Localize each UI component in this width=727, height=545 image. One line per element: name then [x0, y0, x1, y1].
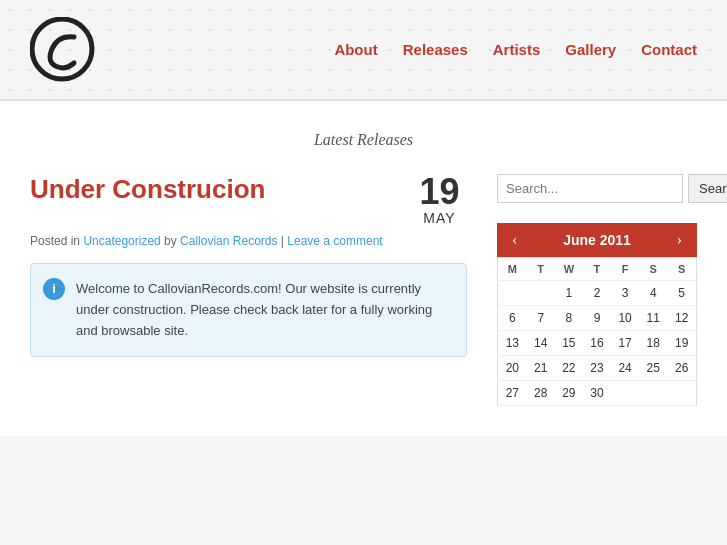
calendar-day-header: S — [639, 258, 667, 281]
nav-releases[interactable]: Releases — [403, 41, 468, 58]
search-input[interactable] — [497, 174, 683, 203]
meta-by: by — [161, 234, 180, 248]
calendar-day-cell[interactable]: 27 — [498, 381, 527, 406]
nav-gallery[interactable]: Gallery — [565, 41, 616, 58]
search-box: Search — [497, 174, 697, 203]
content-area: Under Construcion 19 MAY Posted in Uncat… — [30, 174, 697, 406]
calendar-week-row: 12345 — [498, 281, 697, 306]
calendar-day-cell[interactable]: 24 — [611, 356, 639, 381]
post-date: 19 MAY — [412, 174, 467, 226]
info-icon: i — [43, 278, 65, 300]
calendar-day-cell[interactable]: 12 — [667, 306, 696, 331]
calendar-day-cell[interactable]: 6 — [498, 306, 527, 331]
sidebar: Search ‹ June 2011 › MTWTFSS 12345678910… — [497, 174, 697, 406]
calendar-day-cell — [639, 381, 667, 406]
calendar-prev[interactable]: ‹ — [507, 231, 522, 249]
calendar-day-cell[interactable]: 20 — [498, 356, 527, 381]
main-content: Latest Releases Under Construcion 19 MAY… — [0, 100, 727, 436]
calendar-day-cell[interactable]: 18 — [639, 331, 667, 356]
calendar-day-header: W — [555, 258, 583, 281]
calendar-day-cell — [498, 281, 527, 306]
meta-prefix: Posted in — [30, 234, 83, 248]
meta-sep: | — [278, 234, 288, 248]
search-button[interactable]: Search — [688, 174, 727, 203]
calendar-day-cell[interactable]: 10 — [611, 306, 639, 331]
post-meta: Posted in Uncategorized by Callovian Rec… — [30, 234, 467, 248]
post-body: Welcome to CallovianRecords.com! Our web… — [76, 281, 432, 338]
calendar-day-cell[interactable]: 30 — [583, 381, 611, 406]
calendar-day-header: F — [611, 258, 639, 281]
calendar-day-cell — [611, 381, 639, 406]
calendar-day-cell — [527, 281, 555, 306]
calendar-day-cell[interactable]: 22 — [555, 356, 583, 381]
post-header: Under Construcion 19 MAY — [30, 174, 467, 226]
calendar-day-cell[interactable]: 9 — [583, 306, 611, 331]
calendar-day-cell[interactable]: 16 — [583, 331, 611, 356]
leave-comment-link[interactable]: Leave a comment — [287, 234, 382, 248]
nav-contact[interactable]: Contact — [641, 41, 697, 58]
nav-about[interactable]: About — [334, 41, 377, 58]
calendar-day-header: M — [498, 258, 527, 281]
post-category[interactable]: Uncategorized — [83, 234, 160, 248]
calendar-title: June 2011 — [563, 232, 631, 248]
calendar-day-cell[interactable]: 29 — [555, 381, 583, 406]
calendar-week-row: 6789101112 — [498, 306, 697, 331]
calendar-day-cell — [667, 381, 696, 406]
calendar-day-cell[interactable]: 2 — [583, 281, 611, 306]
calendar-day-cell[interactable]: 23 — [583, 356, 611, 381]
calendar-header: ‹ June 2011 › — [497, 223, 697, 257]
post-author[interactable]: Callovian Records — [180, 234, 277, 248]
calendar-day-cell[interactable]: 19 — [667, 331, 696, 356]
post-day: 19 — [412, 174, 467, 210]
post-month: MAY — [412, 210, 467, 226]
calendar-day-cell[interactable]: 21 — [527, 356, 555, 381]
post-info-box: i Welcome to CallovianRecords.com! Our w… — [30, 263, 467, 357]
logo-area[interactable] — [30, 17, 95, 82]
header: About Releases Artists Gallery Contact — [0, 0, 727, 100]
calendar-next[interactable]: › — [672, 231, 687, 249]
calendar: ‹ June 2011 › MTWTFSS 123456789101112131… — [497, 223, 697, 406]
calendar-day-cell[interactable]: 1 — [555, 281, 583, 306]
calendar-day-cell[interactable]: 4 — [639, 281, 667, 306]
calendar-day-cell[interactable]: 17 — [611, 331, 639, 356]
calendar-day-header: S — [667, 258, 696, 281]
calendar-day-cell[interactable]: 28 — [527, 381, 555, 406]
calendar-week-row: 27282930 — [498, 381, 697, 406]
calendar-day-cell[interactable]: 26 — [667, 356, 696, 381]
calendar-day-cell[interactable]: 7 — [527, 306, 555, 331]
calendar-day-cell[interactable]: 8 — [555, 306, 583, 331]
calendar-day-cell[interactable]: 11 — [639, 306, 667, 331]
main-nav: About Releases Artists Gallery Contact — [334, 41, 697, 58]
calendar-week-row: 20212223242526 — [498, 356, 697, 381]
post-area: Under Construcion 19 MAY Posted in Uncat… — [30, 174, 467, 357]
nav-artists[interactable]: Artists — [493, 41, 541, 58]
post-title: Under Construcion — [30, 174, 397, 205]
calendar-table: MTWTFSS 12345678910111213141516171819202… — [497, 257, 697, 406]
site-logo[interactable] — [30, 17, 95, 82]
calendar-day-cell[interactable]: 14 — [527, 331, 555, 356]
calendar-day-cell[interactable]: 5 — [667, 281, 696, 306]
calendar-day-cell[interactable]: 3 — [611, 281, 639, 306]
calendar-day-cell[interactable]: 25 — [639, 356, 667, 381]
calendar-day-cell[interactable]: 13 — [498, 331, 527, 356]
page-subtitle: Latest Releases — [30, 131, 697, 149]
calendar-day-header: T — [583, 258, 611, 281]
calendar-day-cell[interactable]: 15 — [555, 331, 583, 356]
calendar-week-row: 13141516171819 — [498, 331, 697, 356]
calendar-day-header: T — [527, 258, 555, 281]
